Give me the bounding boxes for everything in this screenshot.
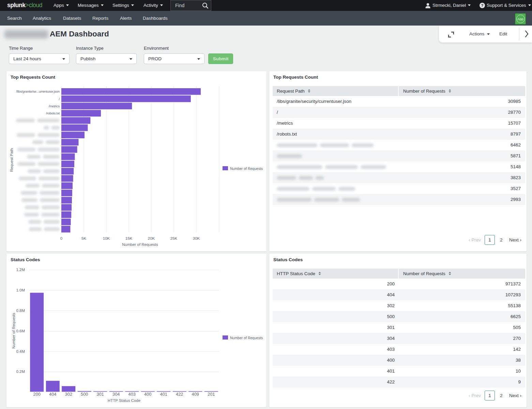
svg-text:302: 302 bbox=[65, 392, 72, 397]
svg-text:1.0M: 1.0M bbox=[16, 288, 25, 292]
svg-text:301: 301 bbox=[97, 392, 104, 397]
svg-text:Number of Requests: Number of Requests bbox=[230, 336, 263, 340]
svg-text:Number of Requests: Number of Requests bbox=[230, 167, 263, 171]
svg-text:201: 201 bbox=[208, 392, 215, 397]
svg-text:403: 403 bbox=[128, 392, 136, 397]
svg-text:/robots.txt: /robots.txt bbox=[46, 111, 60, 115]
svg-text:400: 400 bbox=[144, 392, 151, 397]
svg-text:30K: 30K bbox=[193, 236, 200, 240]
svg-text:304: 304 bbox=[112, 392, 120, 397]
svg-text:0: 0 bbox=[60, 236, 62, 240]
svg-text:/metrics: /metrics bbox=[49, 104, 60, 108]
svg-text:409: 409 bbox=[192, 392, 199, 397]
svg-text:404: 404 bbox=[49, 392, 56, 397]
svg-text:25K: 25K bbox=[170, 236, 178, 240]
svg-text:Number of Requests: Number of Requests bbox=[122, 242, 158, 247]
svg-text:?: ? bbox=[481, 3, 483, 7]
svg-text:5K: 5K bbox=[81, 236, 86, 240]
svg-text:15K: 15K bbox=[125, 236, 133, 240]
svg-text:422: 422 bbox=[176, 392, 183, 397]
svg-text:/libs/granite/se...urrentuser.: /libs/granite/se...urrentuser.json bbox=[16, 90, 60, 93]
svg-text:0.6M: 0.6M bbox=[16, 329, 25, 333]
svg-text:10K: 10K bbox=[103, 236, 110, 240]
svg-text:/: / bbox=[59, 97, 60, 101]
svg-text:0.4M: 0.4M bbox=[16, 349, 25, 353]
svg-text:200: 200 bbox=[33, 392, 41, 397]
svg-text:Request Path: Request Path bbox=[10, 148, 14, 172]
svg-text:500: 500 bbox=[81, 392, 88, 397]
svg-text:0.8M: 0.8M bbox=[16, 309, 25, 313]
svg-text:401: 401 bbox=[160, 392, 167, 397]
svg-text:0.2M: 0.2M bbox=[16, 369, 25, 374]
svg-text:Number of Requests: Number of Requests bbox=[12, 313, 16, 349]
svg-text:HTTP Status Code: HTTP Status Code bbox=[108, 398, 140, 403]
svg-text:20K: 20K bbox=[148, 236, 155, 240]
svg-text:1.2M: 1.2M bbox=[16, 268, 25, 272]
